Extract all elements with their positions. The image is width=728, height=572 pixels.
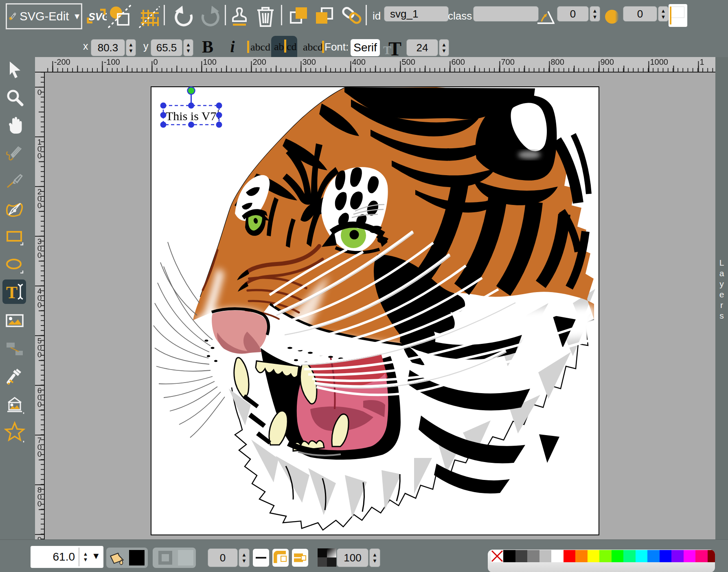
svg-text:This is V7: This is V7 <box>166 109 216 123</box>
